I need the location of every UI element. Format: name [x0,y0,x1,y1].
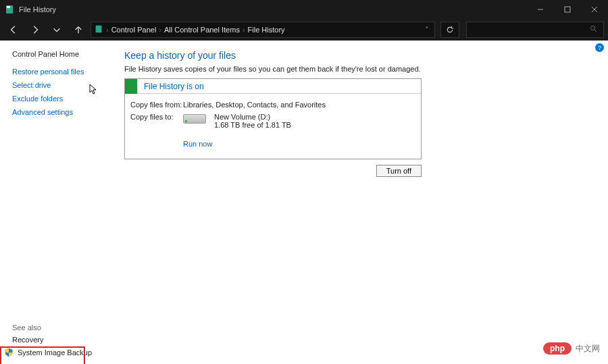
copy-to-label: Copy files to: [130,113,183,129]
sidebar: Control Panel Home Restore personal file… [0,41,108,323]
drive-icon [183,114,206,124]
search-input[interactable] [466,22,604,38]
address-bar[interactable]: › Control Panel › All Control Panel Item… [91,22,435,38]
up-button[interactable] [69,20,88,39]
svg-point-7 [591,26,595,30]
status-text: File History is on [144,82,204,91]
copy-from-value: Libraries, Desktop, Contacts, and Favori… [183,101,326,109]
control-panel-home-link[interactable]: Control Panel Home [12,50,104,58]
status-on-icon [125,79,137,94]
sidebar-link-exclude[interactable]: Exclude folders [12,95,104,103]
see-also-label: See also [12,323,596,332]
refresh-button[interactable] [440,22,459,38]
window-title: File History [19,5,56,14]
watermark-pill: php [543,342,572,355]
svg-rect-1 [7,6,10,8]
turn-off-button[interactable]: Turn off [376,165,422,177]
system-image-backup-link[interactable]: System Image Backup [4,348,596,357]
titlebar: File History [0,0,608,19]
content-area: ? Control Panel Home Restore personal fi… [0,41,608,323]
shield-icon [4,348,14,357]
svg-rect-6 [96,26,102,33]
breadcrumb-item[interactable]: All Control Panel Items [161,26,243,34]
address-dropdown[interactable]: ˅ [420,26,434,34]
watermark: php 中文网 [543,342,600,355]
app-icon [4,4,15,15]
svg-rect-3 [565,7,570,12]
help-icon[interactable]: ? [595,43,604,52]
status-bar: File History is on [125,79,421,94]
sidebar-link-select-drive[interactable]: Select drive [12,81,104,89]
bottom-links: See also Recovery System Image Backup [0,323,608,364]
back-button[interactable] [4,20,23,39]
breadcrumb-item[interactable]: File History [245,26,288,34]
navbar: › Control Panel › All Control Panel Item… [0,19,608,41]
address-icon [94,24,103,35]
page-description: File History saves copies of your files … [124,65,592,73]
search-icon [584,24,603,36]
forward-button[interactable] [26,20,45,39]
svg-line-8 [594,30,597,32]
maximize-button[interactable] [554,0,581,19]
minimize-button[interactable] [527,0,554,19]
recovery-link[interactable]: Recovery [12,336,596,344]
status-box: File History is on Copy files from: Libr… [124,78,422,159]
sidebar-link-advanced[interactable]: Advanced settings [12,108,104,116]
recent-dropdown[interactable] [47,20,66,39]
close-button[interactable] [581,0,608,19]
breadcrumb-item[interactable]: Control Panel [109,26,159,34]
page-heading: Keep a history of your files [124,50,592,61]
run-now-link[interactable]: Run now [183,140,212,148]
copy-from-label: Copy files from: [130,101,183,109]
sidebar-link-restore[interactable]: Restore personal files [12,68,104,76]
main-panel: Keep a history of your files File Histor… [108,41,608,323]
drive-name: New Volume (D:) [214,113,291,121]
drive-free-space: 1.68 TB free of 1.81 TB [214,121,291,129]
system-image-backup-label: System Image Backup [18,348,92,357]
watermark-text: 中文网 [576,343,600,355]
